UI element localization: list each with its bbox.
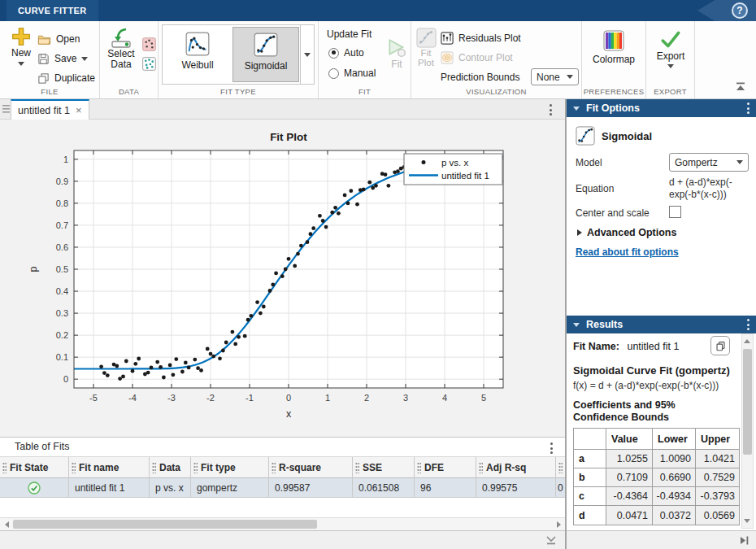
cell-r_square: 0.99587 <box>269 478 353 498</box>
manual-label: Manual <box>344 68 376 79</box>
column-header-fit_type[interactable]: Fit type <box>191 457 269 478</box>
fit-options-collapse-icon[interactable] <box>573 107 580 111</box>
tabstrip-grip-icon[interactable] <box>2 104 10 115</box>
fit-plot-canvas[interactable]: -5-4-3-2-101234500.10.20.30.40.50.60.70.… <box>0 120 565 437</box>
results-menu-button[interactable] <box>746 319 749 330</box>
export-button[interactable]: Export <box>653 29 689 68</box>
residuals-plot-button[interactable]: Residuals Plot <box>441 30 521 46</box>
fit-type-sigmoidal-button[interactable]: Sigmoidal <box>232 27 299 82</box>
collapse-ribbon-button[interactable] <box>735 81 746 92</box>
column-header-data[interactable]: Data <box>150 457 191 478</box>
data-point <box>262 305 266 309</box>
results-header[interactable]: Results <box>567 316 756 333</box>
coeff-col-header <box>574 429 606 450</box>
coeff-value: 1.0090 <box>653 450 696 468</box>
export-check-icon <box>659 29 682 50</box>
results-vscrollbar[interactable] <box>741 333 754 529</box>
table-of-fits-hscrollbar[interactable] <box>0 517 565 530</box>
open-button[interactable]: Open <box>37 31 80 47</box>
column-grip-icon[interactable] <box>152 462 156 473</box>
table-of-fits-menu-button[interactable] <box>550 442 553 454</box>
section-label-file: FILE <box>0 87 99 96</box>
x-tick-label: 4 <box>442 393 447 403</box>
new-icon <box>11 26 32 47</box>
weibull-label: Weibull <box>181 59 213 71</box>
save-dropdown-caret[interactable] <box>81 57 88 61</box>
column-grip-icon[interactable] <box>272 462 276 473</box>
right-panel: Fit Options Sigmoidal Model Gompertz Equ… <box>567 99 756 549</box>
tab-close-icon[interactable]: × <box>76 104 82 116</box>
prediction-bounds-dropdown[interactable]: None <box>531 68 579 85</box>
export-caret[interactable] <box>667 64 674 68</box>
tab-curve-fitter[interactable]: CURVE FITTER <box>7 0 98 21</box>
exclude-by-rule-button[interactable] <box>142 57 156 71</box>
expand-panel-button[interactable] <box>738 535 749 546</box>
center-and-scale-checkbox[interactable] <box>669 206 681 218</box>
toolstrip: New Open Save Duplicate <box>0 21 756 99</box>
copy-results-button[interactable] <box>710 336 730 355</box>
table-of-fits-row[interactable]: untitled fit 1p vs. xgompertz0.995870.06… <box>0 478 565 498</box>
fit-type-gallery-dropdown[interactable] <box>300 25 314 84</box>
column-grip-icon[interactable] <box>417 462 421 473</box>
manual-radio[interactable]: Manual <box>328 65 376 81</box>
results-collapse-icon[interactable] <box>573 323 580 327</box>
data-point <box>384 172 388 176</box>
fit-type-weibull-button[interactable]: Weibull <box>164 27 231 82</box>
new-dropdown-caret[interactable] <box>18 62 24 66</box>
minimize-table-button[interactable] <box>545 535 557 546</box>
data-point <box>180 370 185 374</box>
scroll-right-button[interactable] <box>552 518 565 530</box>
model-dropdown[interactable]: Gompertz <box>669 153 749 172</box>
x-tick-label: -2 <box>206 393 215 403</box>
new-button[interactable]: New <box>5 26 37 66</box>
tab-untitled-fit-1[interactable]: untitled fit 1 × <box>11 99 89 120</box>
hscrollbar-thumb[interactable] <box>13 520 317 529</box>
read-about-fit-options-link[interactable]: Read about fit options <box>576 246 679 258</box>
fit-options-header[interactable]: Fit Options <box>567 99 756 117</box>
scroll-down-button[interactable] <box>741 515 753 527</box>
copy-icon <box>715 341 726 351</box>
help-button[interactable]: ? <box>732 2 748 19</box>
figure-panel-menu-button[interactable] <box>549 104 552 115</box>
coeff-row-b: b0.71090.66900.7529 <box>574 468 739 487</box>
column-grip-icon[interactable] <box>193 462 198 473</box>
scroll-up-button[interactable] <box>741 335 753 347</box>
column-grip-icon[interactable] <box>72 462 76 473</box>
data-point <box>306 240 310 244</box>
data-point <box>196 366 200 370</box>
data-point <box>184 361 188 365</box>
scroll-left-button[interactable] <box>0 518 13 530</box>
exclude-outliers-button[interactable] <box>142 37 156 51</box>
data-point <box>168 364 172 368</box>
fit-options-menu-button[interactable] <box>746 102 749 114</box>
table-of-fits-title: Table of Fits <box>15 441 69 452</box>
column-header-adj_r_sq[interactable]: Adj R-sq <box>476 457 556 478</box>
coeff-value: 1.0255 <box>606 450 653 468</box>
colormap-button[interactable]: Colormap <box>589 29 638 65</box>
vscrollbar-thumb[interactable] <box>743 349 752 455</box>
column-grip-icon[interactable] <box>2 462 7 473</box>
coeff-name: d <box>574 506 606 525</box>
column-header-fit_state[interactable]: Fit State <box>0 457 69 478</box>
coeff-row-a: a1.02551.00901.0421 <box>574 450 739 468</box>
data-point <box>337 211 341 216</box>
column-header-r_square[interactable]: R-square <box>269 457 353 478</box>
select-data-button[interactable]: Select Data <box>102 28 141 70</box>
y-tick-label: 0.5 <box>56 264 68 274</box>
weibull-icon <box>185 32 210 56</box>
y-tick-label: 0 <box>63 374 68 384</box>
save-button[interactable]: Save <box>37 50 88 67</box>
column-header-fit_name[interactable]: Fit name <box>69 457 150 478</box>
data-point <box>146 371 150 375</box>
tab-label: untitled fit 1 <box>18 105 70 116</box>
cell-adj_r_sq: 0.99575 <box>476 478 556 498</box>
auto-radio[interactable]: Auto <box>328 45 364 61</box>
column-header-sse[interactable]: SSE <box>353 457 415 478</box>
duplicate-button[interactable]: Duplicate <box>37 70 95 86</box>
advanced-options-expander[interactable]: Advanced Options <box>577 227 676 238</box>
data-point <box>159 365 163 369</box>
column-grip-icon[interactable] <box>479 462 483 473</box>
column-header-dfe[interactable]: DFE <box>415 457 476 478</box>
column-grip-icon[interactable] <box>355 462 359 473</box>
fit-name-label: Fit Name: <box>573 341 619 352</box>
